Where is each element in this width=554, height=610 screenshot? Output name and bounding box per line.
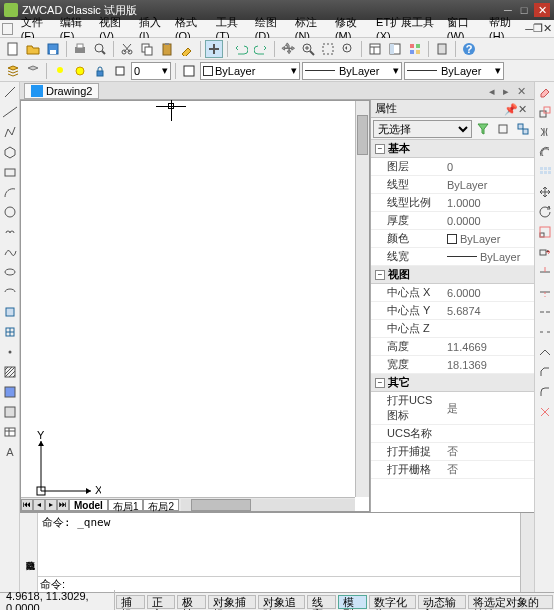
command-input[interactable] — [67, 578, 518, 592]
save-icon[interactable] — [44, 40, 62, 58]
doc-close-button[interactable]: ✕ — [543, 22, 552, 35]
calc-icon[interactable] — [433, 40, 451, 58]
hatch-icon[interactable] — [1, 363, 19, 381]
rectangle-icon[interactable] — [1, 163, 19, 181]
group-misc[interactable]: −其它 — [371, 374, 534, 392]
layer-prev-icon[interactable] — [24, 62, 42, 80]
command-scrollbar[interactable] — [520, 513, 534, 592]
help-icon[interactable]: ? — [460, 40, 478, 58]
prop-row-linetype[interactable]: 线型ByLayer — [371, 176, 534, 194]
mirror-icon[interactable] — [536, 123, 554, 141]
workspace-dropdown-icon[interactable] — [2, 23, 13, 35]
circle-icon[interactable] — [1, 203, 19, 221]
prop-row-centerx[interactable]: 中心点 X6.0000 — [371, 284, 534, 302]
stretch-icon[interactable] — [536, 243, 554, 261]
arc-icon[interactable] — [1, 183, 19, 201]
region-icon[interactable] — [1, 403, 19, 421]
pan-realtime-icon[interactable] — [205, 40, 223, 58]
pan-icon[interactable] — [279, 40, 297, 58]
construction-line-icon[interactable] — [1, 103, 19, 121]
insert-block-icon[interactable] — [1, 303, 19, 321]
join-icon[interactable] — [536, 343, 554, 361]
ellipse-icon[interactable] — [1, 263, 19, 281]
status-ortho[interactable]: 正交 — [147, 595, 176, 609]
tab-prev-icon[interactable]: ◂ — [489, 85, 501, 97]
preview-icon[interactable] — [91, 40, 109, 58]
new-icon[interactable] — [4, 40, 22, 58]
tab-model[interactable]: Model — [69, 499, 108, 511]
vertical-scrollbar[interactable] — [355, 101, 369, 497]
close-button[interactable]: ✕ — [534, 3, 550, 17]
status-dyn[interactable]: 动态输入 — [418, 595, 466, 609]
layout-first-icon[interactable]: ⏮ — [21, 499, 33, 511]
polyline-icon[interactable] — [1, 123, 19, 141]
offset-icon[interactable] — [536, 143, 554, 161]
prop-row-layer[interactable]: 图层0 — [371, 158, 534, 176]
lineweight-combo[interactable]: ByLayer▾ — [404, 62, 504, 80]
status-snap[interactable]: 捕捉 — [116, 595, 145, 609]
status-otrack[interactable]: 对象追踪 — [258, 595, 306, 609]
select-objects-icon[interactable] — [494, 120, 512, 138]
tab-close-icon[interactable]: ✕ — [517, 85, 529, 97]
doc-restore-button[interactable]: ❐ — [533, 22, 543, 35]
scale-icon[interactable] — [536, 223, 554, 241]
tab-next-icon[interactable]: ▸ — [503, 85, 515, 97]
prop-row-height[interactable]: 高度11.4669 — [371, 338, 534, 356]
ellipse-arc-icon[interactable] — [1, 283, 19, 301]
layout-prev-icon[interactable]: ◂ — [33, 499, 45, 511]
tab-layout2[interactable]: 布局2 — [143, 499, 179, 511]
prop-row-lineweight[interactable]: 线宽ByLayer — [371, 248, 534, 266]
layer-lock-icon[interactable] — [91, 62, 109, 80]
rotate-icon[interactable] — [536, 203, 554, 221]
prop-row-color[interactable]: 颜色ByLayer — [371, 230, 534, 248]
prop-row-centerz[interactable]: 中心点 Z — [371, 320, 534, 338]
quick-select-icon[interactable] — [474, 120, 492, 138]
command-sidebar-label[interactable]: 自动隐藏 — [20, 513, 38, 592]
selection-combo[interactable]: 无选择 — [373, 120, 472, 138]
line-icon[interactable] — [1, 83, 19, 101]
panel-close-icon[interactable]: ✕ — [518, 103, 530, 115]
fillet-icon[interactable] — [536, 383, 554, 401]
prop-row-ucsicon[interactable]: 打开UCS图标是 — [371, 392, 534, 425]
status-tablet[interactable]: 数字化仪 — [369, 595, 417, 609]
copy-icon[interactable] — [138, 40, 156, 58]
status-qp[interactable]: 将选定对象的特性 — [468, 595, 553, 609]
prop-row-centery[interactable]: 中心点 Y5.6874 — [371, 302, 534, 320]
status-model[interactable]: 模型 — [338, 595, 367, 609]
panel-pin-icon[interactable]: 📌 — [504, 103, 516, 115]
match-prop-icon[interactable] — [178, 40, 196, 58]
toggle-pickadd-icon[interactable] — [514, 120, 532, 138]
open-icon[interactable] — [24, 40, 42, 58]
redo-icon[interactable] — [252, 40, 270, 58]
coords-display[interactable]: 4.9618, 11.3029, 0.0000 — [0, 590, 115, 611]
layout-last-icon[interactable]: ⏭ — [57, 499, 69, 511]
doc-minimize-button[interactable]: ─ — [525, 23, 533, 35]
array-icon[interactable] — [536, 163, 554, 181]
prop-row-ltscale[interactable]: 线型比例1.0000 — [371, 194, 534, 212]
color-combo[interactable]: ByLayer▾ — [200, 62, 300, 80]
print-icon[interactable] — [71, 40, 89, 58]
make-block-icon[interactable] — [1, 323, 19, 341]
prop-row-grid[interactable]: 打开栅格否 — [371, 461, 534, 479]
linetype-combo[interactable]: ByLayer▾ — [302, 62, 402, 80]
status-osnap[interactable]: 对象捕捉 — [208, 595, 256, 609]
copy-mod-icon[interactable] — [536, 103, 554, 121]
break-at-point-icon[interactable] — [536, 303, 554, 321]
layer-current-combo[interactable]: 0▾ — [131, 62, 171, 80]
chamfer-icon[interactable] — [536, 363, 554, 381]
gradient-icon[interactable] — [1, 383, 19, 401]
undo-icon[interactable] — [232, 40, 250, 58]
explode-icon[interactable] — [536, 403, 554, 421]
design-center-icon[interactable] — [386, 40, 404, 58]
trim-icon[interactable] — [536, 263, 554, 281]
color-box-icon[interactable] — [180, 62, 198, 80]
zoom-window-icon[interactable] — [319, 40, 337, 58]
drawing-canvas[interactable]: X Y ⏮ ◂ ▸ ⏭ Model 布局1 布局2 — [20, 100, 370, 512]
layer-manager-icon[interactable] — [4, 62, 22, 80]
layout-next-icon[interactable]: ▸ — [45, 499, 57, 511]
layer-bulb-icon[interactable] — [51, 62, 69, 80]
prop-row-thickness[interactable]: 厚度0.0000 — [371, 212, 534, 230]
zoom-previous-icon[interactable] — [339, 40, 357, 58]
horizontal-scrollbar[interactable] — [181, 499, 355, 511]
break-icon[interactable] — [536, 323, 554, 341]
